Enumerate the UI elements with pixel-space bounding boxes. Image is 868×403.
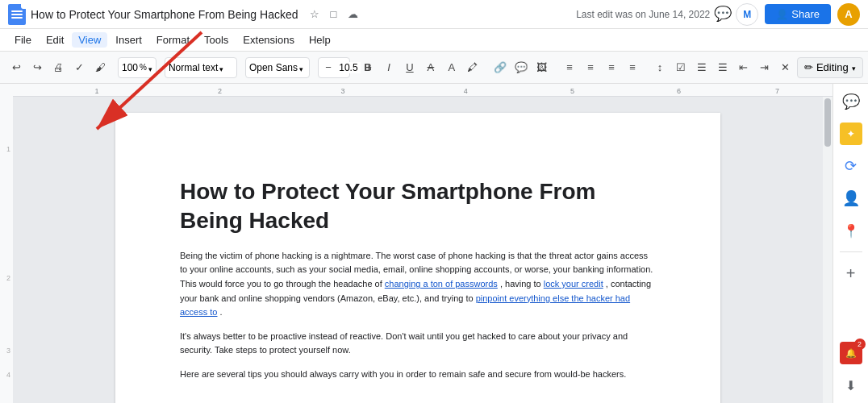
document-body: Being the victim of phone hacking is a n… [180,249,656,403]
paint-format-button[interactable]: 🖌 [90,57,110,78]
menu-extensions[interactable]: Extensions [236,32,301,48]
align-justify-button[interactable]: ≡ [623,57,642,78]
zoom-value: 100 [122,62,138,73]
image-button[interactable]: 🖼 [532,57,552,78]
menu-bar: File Edit View Insert Format Tools Exten… [0,29,868,52]
strikethrough-button[interactable]: A [421,57,440,78]
collapse-toolbar-button[interactable]: ∧ [865,57,868,78]
editing-mode-button[interactable]: ✏ Editing [797,57,863,78]
page-number-3: 3 [6,347,10,355]
user-avatar[interactable]: A [837,3,860,26]
app-icon [8,4,26,25]
text-style-wrap[interactable]: Normal text [165,57,237,78]
main-area: 1 2 3 4 5 6 7 1 2 3 4 How to Protect You… [0,84,868,403]
align-center-button[interactable]: ≡ [581,57,600,78]
last-edit-text: Last edit was on June 14, 2022 [576,9,710,20]
left-gutter: 1 2 3 4 [0,97,13,403]
title-bar-left: How to Protect Your Smartphone From Bein… [8,4,360,25]
notification-area: 🔔 2 [840,342,862,364]
increase-indent-button[interactable]: ⇥ [755,57,774,78]
clear-format-button[interactable]: ✕ [776,57,795,78]
fontsize-input[interactable] [336,62,361,73]
notification-count: 2 [854,339,866,350]
sidebar-comments-icon[interactable]: 💬 [840,90,862,113]
ruler-spacer-left [0,84,13,97]
scrollbar[interactable] [823,97,833,403]
menu-format[interactable]: Format [150,32,196,48]
menu-edit[interactable]: Edit [40,32,70,48]
text-color-button[interactable]: A [442,57,461,78]
page-number-4: 4 [6,371,10,379]
paragraph-3: Here are several tips you should always … [180,368,656,382]
sidebar-download-icon[interactable]: ⬇ [840,374,862,397]
document-heading: How to Protect Your Smartphone From Bein… [180,177,656,236]
paragraph-1: Being the victim of phone hacking is a n… [180,249,656,320]
star-icon[interactable]: ☆ [308,8,321,21]
zoom-chevron [148,60,152,75]
fontsize-wrap[interactable]: − + [318,57,350,78]
sidebar-google-icon[interactable]: ⟳ [840,155,862,177]
highlight-button[interactable]: 🖍 [463,57,482,78]
comment-button[interactable]: 💬 [511,57,531,78]
sidebar-add-icon[interactable]: + [840,262,862,285]
right-sidebar: 💬 ✦ ⟳ 👤 📍 + 🔔 2 ⬇ [833,84,868,403]
page-number-2: 2 [6,274,10,282]
section-heading-1: Use a Passcode Lock or Face or Touch ID [180,398,656,403]
share-icon: 👤 [776,9,788,20]
doc-icon-lines [11,9,23,20]
undo-button[interactable]: ↩ [6,57,26,78]
align-right-button[interactable]: ≡ [602,57,621,78]
title-bar-icons: ☆ □ ☁ [308,8,360,21]
fontsize-decrease[interactable]: − [322,57,335,78]
menu-file[interactable]: File [8,32,38,48]
document-title: How to Protect Your Smartphone From Bein… [31,8,298,21]
notification-badge-wrap: 🔔 2 [840,342,862,364]
content-area: How to Protect Your Smartphone From Bein… [13,97,823,403]
drive-icon[interactable]: □ [328,8,340,21]
print-button[interactable]: 🖨 [48,57,68,78]
line-spacing-button[interactable]: ↕ [650,57,670,78]
align-left-button[interactable]: ≡ [560,57,579,78]
underline-button[interactable]: U [400,57,419,78]
numbered-list-button[interactable]: ☰ [713,57,732,78]
menu-view[interactable]: View [72,32,107,48]
paragraph-2: It's always better to be proactive inste… [180,330,656,358]
sidebar-drive-icon[interactable]: ✦ [840,123,862,145]
menu-insert[interactable]: Insert [109,32,148,48]
editing-chevron [852,61,856,73]
spellcheck-button[interactable]: ✓ [69,57,89,78]
scrollbar-thumb[interactable] [824,98,831,147]
zoom-select-wrap[interactable]: 100 % [118,57,156,78]
share-button[interactable]: 👤 Share [765,4,831,24]
ruler: 1 2 3 4 5 6 7 [13,84,833,97]
redo-button[interactable]: ↪ [27,57,47,78]
bold-button[interactable]: B [358,57,378,78]
font-value: Open Sans [249,62,298,73]
bullet-list-button[interactable]: ☰ [692,57,712,78]
checklist-button[interactable]: ☑ [671,57,691,78]
comments-button-wrap: 💬 [716,7,729,22]
content-wrapper: 1 2 3 4 5 6 7 1 2 3 4 How to Protect You… [0,84,833,403]
menu-help[interactable]: Help [303,32,337,48]
meet-icon[interactable]: M [736,3,758,26]
title-bar: How to Protect Your Smartphone From Bein… [0,0,868,29]
text-style-value: Normal text [169,62,218,73]
link-button[interactable]: 🔗 [490,57,510,78]
ruler-row: 1 2 3 4 5 6 7 [0,84,833,97]
italic-button[interactable]: I [379,57,399,78]
menu-tools[interactable]: Tools [198,32,235,48]
pencil-icon: ✏ [804,61,813,73]
cloud-icon[interactable]: ☁ [347,8,360,21]
comments-icon[interactable]: 💬 [716,7,729,20]
style-chevron [219,60,223,75]
page-number-1: 1 [6,145,10,153]
sidebar-profile-icon[interactable]: 👤 [840,187,862,210]
link-credit[interactable]: lock your credit [544,279,603,289]
link-passwords[interactable]: changing a ton of passwords [385,279,498,289]
font-select-wrap[interactable]: Open Sans [245,57,310,78]
sidebar-divider [840,251,862,252]
editing-label: Editing [816,61,849,73]
sidebar-maps-icon[interactable]: 📍 [840,219,862,242]
decrease-indent-button[interactable]: ⇤ [734,57,753,78]
title-bar-right: Last edit was on June 14, 2022 💬 M 👤 Sha… [576,3,860,26]
